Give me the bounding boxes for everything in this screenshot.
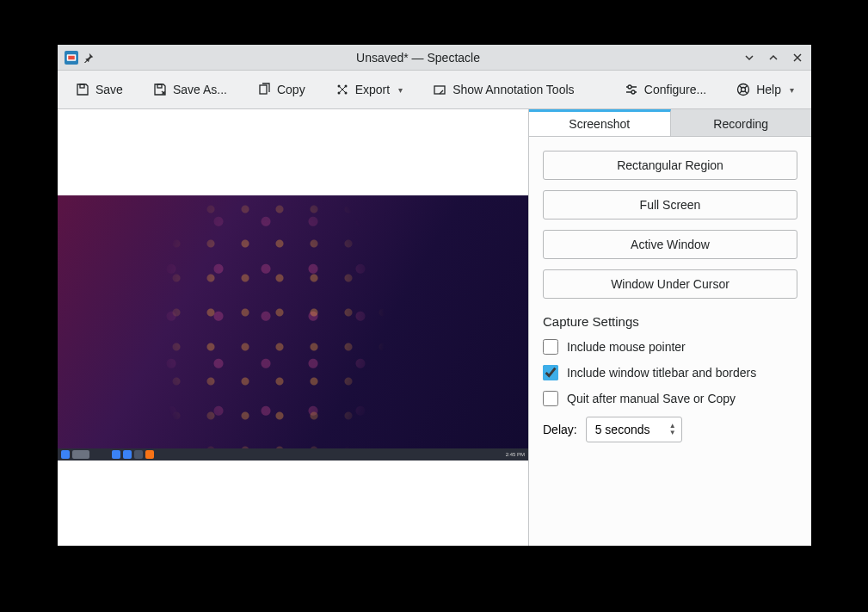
export-label: Export — [355, 83, 390, 96]
copy-icon — [256, 82, 272, 97]
preview-task-icon — [145, 450, 154, 459]
chevron-down-icon: ▾ — [398, 85, 403, 95]
annotate-icon — [432, 82, 447, 97]
tab-recording[interactable]: Recording — [671, 109, 812, 136]
copy-button[interactable]: Copy — [251, 78, 311, 101]
preview-task-icon — [123, 450, 132, 459]
svg-rect-9 — [434, 86, 445, 94]
include-titlebar-row[interactable]: Include window titlebar and borders — [543, 365, 797, 380]
spin-arrows[interactable]: ▲▼ — [669, 423, 676, 436]
pin-icon[interactable] — [83, 53, 94, 63]
delay-row: Delay: 5 seconds ▲▼ — [543, 417, 797, 442]
preview-task-icon — [112, 450, 120, 459]
active-window-button[interactable]: Active Window — [543, 230, 797, 259]
include-mouse-checkbox[interactable] — [543, 339, 558, 355]
preview-task-icon — [72, 450, 89, 459]
delay-spinbox[interactable]: 5 seconds ▲▼ — [586, 417, 682, 442]
include-titlebar-label: Include window titlebar and borders — [567, 366, 756, 380]
delay-value: 5 seconds — [595, 423, 664, 436]
annotate-label: Show Annotation Tools — [452, 83, 574, 96]
app-icon — [65, 51, 78, 65]
svg-point-13 — [742, 88, 746, 92]
quit-after-save-label: Quit after manual Save or Copy — [567, 392, 736, 405]
quit-after-save-row[interactable]: Quit after manual Save or Copy — [543, 391, 797, 406]
help-button[interactable]: Help ▾ — [730, 78, 799, 101]
side-panel: Screenshot Recording Rectangular Region … — [529, 109, 811, 546]
chevron-down-icon: ▾ — [790, 85, 794, 95]
panel-body: Rectangular Region Full Screen Active Wi… — [529, 137, 811, 546]
quit-after-save-checkbox[interactable] — [543, 391, 558, 406]
close-icon[interactable] — [791, 51, 804, 65]
copy-label: Copy — [277, 83, 305, 96]
full-screen-button[interactable]: Full Screen — [543, 190, 797, 219]
spin-down-icon[interactable]: ▼ — [669, 430, 676, 436]
export-button[interactable]: Export ▾ — [329, 78, 408, 101]
annotate-button[interactable]: Show Annotation Tools — [427, 78, 579, 101]
export-icon — [335, 82, 350, 97]
rectangular-region-button[interactable]: Rectangular Region — [543, 151, 797, 180]
svg-rect-2 — [80, 84, 84, 88]
svg-rect-3 — [157, 84, 162, 88]
preview-taskbar: 2:45 PM — [58, 448, 528, 461]
configure-icon — [624, 82, 639, 97]
maximize-icon[interactable] — [766, 51, 780, 65]
capture-settings-heading: Capture Settings — [543, 314, 797, 329]
save-button[interactable]: Save — [70, 78, 128, 101]
help-icon — [736, 82, 751, 97]
svg-point-11 — [631, 90, 635, 94]
minimize-icon[interactable] — [742, 51, 756, 65]
toolbar: Save Save As... Copy Export ▾ Show Annot… — [58, 71, 811, 109]
configure-label: Configure... — [644, 83, 706, 96]
preview-clock: 2:45 PM — [506, 452, 525, 457]
preview-start-icon — [61, 450, 70, 459]
svg-point-10 — [628, 85, 631, 89]
preview-pane: 2:45 PM — [58, 109, 529, 546]
window-title: Unsaved* — Spectacle — [94, 51, 742, 65]
delay-label: Delay: — [543, 423, 577, 436]
titlebar: Unsaved* — Spectacle — [58, 45, 811, 71]
include-mouse-row[interactable]: Include mouse pointer — [543, 339, 797, 355]
include-mouse-label: Include mouse pointer — [567, 340, 686, 354]
tab-bar: Screenshot Recording — [529, 109, 811, 137]
preview-task-icon — [134, 450, 143, 459]
svg-rect-4 — [260, 85, 267, 94]
saveas-button[interactable]: Save As... — [147, 78, 232, 101]
saveas-label: Save As... — [173, 83, 227, 96]
spectacle-window: Unsaved* — Spectacle Save Save As... Cop… — [58, 45, 811, 546]
help-label: Help — [756, 83, 781, 96]
save-label: Save — [95, 83, 123, 96]
tab-screenshot[interactable]: Screenshot — [529, 109, 671, 136]
svg-rect-1 — [68, 55, 75, 59]
screenshot-preview[interactable]: 2:45 PM — [58, 195, 528, 461]
save-icon — [75, 82, 90, 97]
saveas-icon — [152, 82, 168, 97]
configure-button[interactable]: Configure... — [619, 78, 711, 101]
content-area: 2:45 PM Screenshot Recording Rectangular… — [58, 109, 811, 546]
window-under-cursor-button[interactable]: Window Under Cursor — [543, 269, 797, 299]
include-titlebar-checkbox[interactable] — [543, 365, 558, 380]
